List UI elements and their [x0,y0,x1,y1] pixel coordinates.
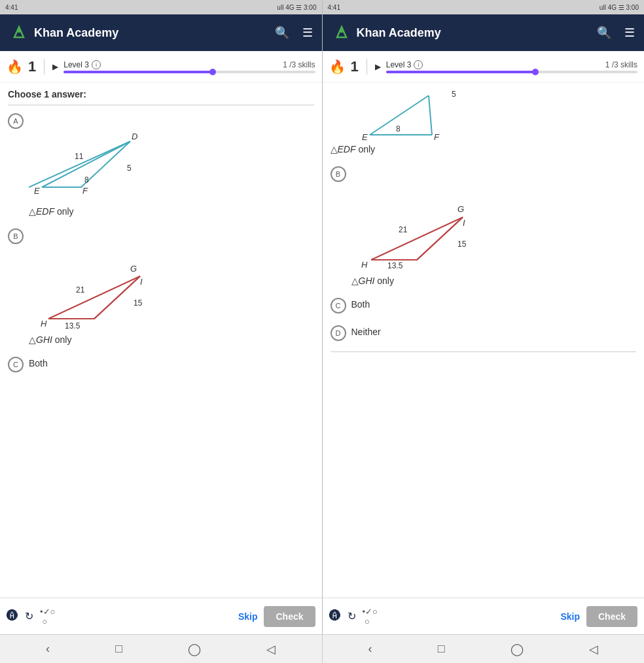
content-left: Choose 1 answer: A E F D [0,82,322,598]
choose-label-left: Choose 1 answer: [8,89,314,99]
content-a-left: E F D 8 5 11 △EDF only [29,112,314,217]
option-a-right[interactable]: E F 5 8 △EDF only [331,89,637,154]
progress-wrapper-right: Level 3 i 1 /3 skills [386,60,637,73]
option-d-right[interactable]: D Neither [331,324,637,341]
svg-text:E: E [362,132,368,141]
svg-line-3 [29,141,130,187]
header-left: Khan Academy 🔍 ☰ [0,14,322,51]
nav-home-left[interactable]: □ [115,642,122,656]
circle-b-left: B [8,228,24,244]
nav-bar-right: ‹ □ ◯ ◁ [323,635,645,663]
skip-button-right[interactable]: Skip [560,611,580,622]
progress-area-left: 🔥 1 ▶ Level 3 i 1 /3 skills [0,51,322,82]
svg-line-12 [94,276,140,319]
progress-fill-left [63,71,215,73]
flame-icon-left: 🔥 [7,59,23,75]
khan-logo-left [9,23,29,43]
content-right: E F 5 8 △EDF only B [323,82,645,598]
svg-line-11 [48,276,140,319]
time-right: 4:41 [328,4,340,11]
svg-text:E: E [34,186,40,196]
play-icon-right[interactable]: ▶ [375,62,381,71]
svg-line-23 [429,96,432,135]
signal-right: ull 4G ☰ 3:00 [599,4,639,11]
progress-fill-right [386,71,537,73]
svg-text:I: I [140,277,143,287]
circle-b-right: B [331,166,346,182]
info-icon-left: i [92,60,101,69]
header-icons-left: 🔍 ☰ [275,26,313,40]
skills-text-left: 1 /3 skills [283,60,315,69]
header-right: Khan Academy 🔍 ☰ [323,14,645,51]
progress-dot-left [209,69,216,75]
khan-logo-right [332,23,351,43]
skip-button-left[interactable]: Skip [238,611,258,622]
label-a-right: △EDF only [331,144,637,154]
svg-text:G: G [457,204,464,214]
search-icon-left[interactable]: 🔍 [275,26,289,40]
content-a-right: E F 5 8 △EDF only [331,89,637,154]
check-button-left[interactable]: Check [264,606,315,627]
svg-text:G: G [130,264,137,274]
menu-icon-left[interactable]: ☰ [302,26,313,40]
progress-row-left: Level 3 i 1 /3 skills [63,60,315,69]
nav-menu-right[interactable]: ◁ [589,642,598,656]
circle-c-right: C [331,298,346,314]
check-button-right[interactable]: Check [586,606,637,627]
svg-text:21: 21 [399,225,408,234]
nav-bar-left: ‹ □ ◯ ◁ [0,635,323,663]
bottom-bar-left: 🅐 ↻ •✓○ ○ Skip Check [0,598,322,634]
svg-text:8: 8 [396,124,401,134]
option-b-right[interactable]: B H I G 13.5 15 21 △GHI only [331,165,637,286]
content-c-left: Both [29,355,314,368]
label-b-right: △GHI only [351,276,637,286]
refresh-icon-right[interactable]: ↻ [348,610,356,622]
nav-back-left[interactable]: ‹ [46,642,50,656]
a-icon-right[interactable]: 🅐 [329,609,341,623]
label-d-right: Neither [351,327,637,337]
nav-recent-right[interactable]: ◯ [510,642,524,656]
play-icon-left[interactable]: ▶ [52,62,58,71]
svg-text:D: D [132,132,137,141]
progress-bar-right [386,71,637,73]
phone-left: Khan Academy 🔍 ☰ 🔥 1 ▶ Level 3 i 1 /3 sk… [0,14,323,634]
option-c-right[interactable]: C Both [331,296,637,314]
circle-a-left: A [8,113,24,129]
menu-icon-right[interactable]: ☰ [624,26,635,40]
label-b-left: △GHI only [29,334,314,345]
content-b-left: H I G 13.5 15 21 △GHI only [29,227,314,345]
option-c-left[interactable]: C Both [8,355,314,372]
refresh-icon-left[interactable]: ↻ [25,610,33,622]
flame-icon-right: 🔥 [329,59,346,75]
option-b-left[interactable]: B H I G 13.5 15 21 [8,227,314,345]
content-b-right: H I G 13.5 15 21 △GHI only [351,165,637,286]
progress-area-right: 🔥 1 ▶ Level 3 i 1 /3 skills [323,51,645,82]
a-icon-left[interactable]: 🅐 [7,609,18,623]
hints-icon-left: •✓○ ○ [40,607,55,626]
content-c-right: Both [351,296,637,310]
status-bar-left: 4:41 ull 4G ☰ 3:00 [0,0,323,14]
content-d-right: Neither [351,324,637,337]
time-left: 4:41 [5,4,18,11]
nav-back-right[interactable]: ‹ [368,642,372,656]
svg-point-2 [17,29,21,33]
svg-text:5: 5 [452,90,456,99]
signal-left: ull 4G ☰ 3:00 [277,4,316,11]
nav-recent-left[interactable]: ◯ [188,642,201,656]
label-c-left: Both [29,358,314,368]
option-a-left[interactable]: A E F D 8 5 11 [8,112,314,217]
info-icon-right: i [414,60,423,69]
svg-text:F: F [434,132,440,141]
nav-home-right[interactable]: □ [438,642,445,656]
divider-right [367,59,367,75]
nav-menu-left[interactable]: ◁ [266,642,276,656]
svg-point-21 [340,29,344,33]
svg-text:H: H [41,319,47,329]
triangle-ghi-right: H I G 13.5 15 21 [351,165,476,273]
svg-text:F: F [82,186,88,196]
triangle-edf-left: E F D 8 5 11 [29,112,153,204]
svg-text:11: 11 [75,152,84,161]
status-bar-right: 4:41 ull 4G ☰ 3:00 [323,0,645,14]
separator-left [8,105,314,105]
search-icon-right[interactable]: 🔍 [597,26,611,40]
